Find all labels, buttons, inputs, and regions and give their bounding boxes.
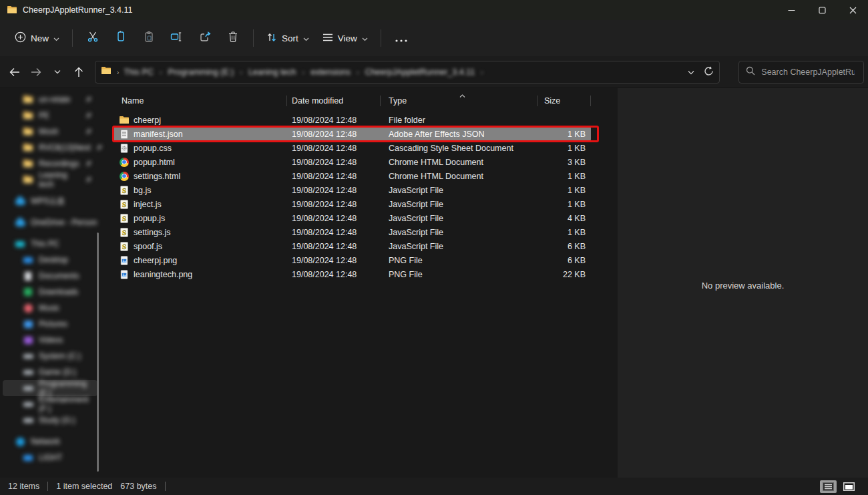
- sidebar-item[interactable]: Study (G:): [3, 412, 97, 428]
- cloud-icon: [15, 196, 25, 206]
- minimize-button[interactable]: [776, 0, 807, 20]
- file-row[interactable]: manifest.json19/08/2024 12:48Adobe After…: [114, 127, 591, 141]
- see-more-button[interactable]: [387, 26, 415, 50]
- file-row[interactable]: Sinject.js19/08/2024 12:48JavaScript Fil…: [114, 197, 591, 211]
- sidebar-item[interactable]: LIGHT: [3, 450, 97, 466]
- maximize-button[interactable]: [807, 0, 837, 20]
- file-type: File folder: [381, 116, 538, 125]
- share-button[interactable]: [191, 26, 219, 50]
- paste-button[interactable]: [135, 26, 163, 50]
- large-icons-view-button[interactable]: [841, 480, 857, 493]
- file-name: popup.css: [134, 144, 172, 153]
- new-button[interactable]: New: [8, 26, 66, 50]
- details-view-button[interactable]: [820, 480, 837, 493]
- rename-button[interactable]: [163, 26, 191, 50]
- back-button[interactable]: [4, 61, 25, 83]
- file-size: 1 KB: [538, 172, 591, 181]
- sidebar-item[interactable]: Game (D:): [3, 364, 97, 380]
- address-bar[interactable]: › This PC›Programming (E:)›Leaning tech›…: [95, 61, 720, 84]
- delete-button[interactable]: [219, 26, 247, 50]
- sidebar-item[interactable]: Music: [3, 300, 97, 316]
- sort-button[interactable]: Sort: [260, 26, 316, 50]
- view-button-label: View: [338, 33, 357, 43]
- pictures-icon: [23, 319, 33, 329]
- sidebar-item[interactable]: Entertainment (F:): [3, 396, 97, 412]
- sidebar-item[interactable]: Network: [3, 434, 97, 450]
- forward-button[interactable]: [25, 61, 47, 83]
- file-name: inject.js: [134, 200, 162, 209]
- cut-button[interactable]: [79, 26, 107, 50]
- sidebar-item[interactable]: Programming (E:): [3, 380, 97, 396]
- file-name: cheerpj.png: [134, 256, 177, 265]
- search-input[interactable]: [761, 67, 855, 77]
- sidebar-item[interactable]: Videos: [3, 332, 97, 348]
- file-row[interactable]: settings.html19/08/2024 12:48Chrome HTML…: [114, 169, 591, 183]
- file-row[interactable]: Spopup.js19/08/2024 12:48JavaScript File…: [114, 211, 591, 225]
- js-icon: S: [119, 199, 130, 210]
- preview-message: No preview available.: [702, 281, 785, 478]
- sidebar-scrollbar[interactable]: [97, 232, 99, 472]
- sidebar-item[interactable]: WPS云盘: [3, 193, 97, 209]
- breadcrumb-segment[interactable]: This PC: [124, 67, 153, 77]
- file-row[interactable]: popup.html19/08/2024 12:48Chrome HTML Do…: [114, 155, 591, 169]
- titlebar: CheerpJAppletRunner_3.4.11: [0, 0, 868, 20]
- sidebar-item[interactable]: OneDrive - Person: [3, 214, 97, 230]
- sidebar-item[interactable]: This PC: [3, 236, 97, 252]
- recent-locations-button[interactable]: [47, 61, 68, 83]
- view-button[interactable]: View: [316, 26, 375, 50]
- monitor-icon: [23, 452, 33, 463]
- column-headers: Name Date modified Type Size: [114, 94, 618, 108]
- address-dropdown-icon[interactable]: [688, 67, 694, 77]
- sidebar-item-label: OneDrive - Person: [31, 218, 97, 227]
- sidebar-item[interactable]: Pictures: [3, 316, 97, 332]
- sidebar-item[interactable]: Recordings: [3, 156, 97, 172]
- sidebar-item[interactable]: System (C:): [3, 348, 97, 364]
- item-count: 12 items: [8, 482, 39, 491]
- drive-icon: [23, 383, 33, 393]
- column-header-name[interactable]: Name: [114, 94, 287, 108]
- file-size: 1 KB: [538, 186, 591, 195]
- breadcrumb-segment[interactable]: extensions: [310, 67, 351, 77]
- file-date-modified: 19/08/2024 12:48: [287, 116, 381, 125]
- column-header-size[interactable]: Size: [538, 94, 591, 108]
- breadcrumb-segment[interactable]: CheerpJAppletRunner_3.4.11: [365, 67, 475, 77]
- breadcrumb-segment[interactable]: Programming (E:): [168, 67, 234, 77]
- sort-arrows-icon: [266, 32, 277, 45]
- file-row[interactable]: Ssettings.js19/08/2024 12:48JavaScript F…: [114, 225, 591, 239]
- file-name: popup.js: [134, 214, 165, 223]
- sidebar-item-label: LIGHT: [39, 453, 62, 462]
- js-icon: S: [119, 227, 130, 238]
- close-button[interactable]: [837, 0, 868, 20]
- sidebar-item[interactable]: RVC8(13)Next: [3, 140, 97, 156]
- file-row[interactable]: Sbg.js19/08/2024 12:48JavaScript File1 K…: [114, 183, 591, 197]
- sidebar-item[interactable]: Documents: [3, 268, 97, 284]
- file-row[interactable]: Sspoof.js19/08/2024 12:48JavaScript File…: [114, 239, 591, 253]
- css-icon: [119, 143, 130, 154]
- sidebar-item-label: Mosh: [39, 127, 58, 136]
- svg-text:S: S: [122, 242, 126, 251]
- up-button[interactable]: [68, 61, 89, 83]
- column-header-date-modified[interactable]: Date modified: [287, 94, 381, 108]
- sidebar-item[interactable]: Desktop: [3, 252, 97, 268]
- toolbar-divider: [381, 29, 381, 47]
- rename-icon: [170, 31, 184, 45]
- breadcrumb-segment[interactable]: Leaning tech: [248, 67, 296, 77]
- sidebar-item[interactable]: Downloads: [3, 284, 97, 300]
- toolbar-divider: [253, 29, 254, 47]
- search-box[interactable]: [738, 61, 864, 84]
- sidebar-item[interactable]: Mosh: [3, 124, 97, 140]
- copy-button[interactable]: [107, 26, 135, 50]
- breadcrumb-separator: ›: [357, 68, 359, 76]
- sidebar-item[interactable]: PE: [3, 108, 97, 124]
- sidebar-item[interactable]: un-relate: [3, 92, 97, 108]
- videos-icon: [23, 335, 33, 345]
- refresh-icon[interactable]: [704, 66, 714, 78]
- file-row[interactable]: cheerpj.png19/08/2024 12:48PNG File6 KB: [114, 253, 591, 267]
- file-row[interactable]: leaningtech.png19/08/2024 12:48PNG File2…: [114, 267, 591, 281]
- file-type: JavaScript File: [381, 228, 538, 237]
- file-row[interactable]: popup.css19/08/2024 12:48Cascading Style…: [114, 141, 591, 155]
- folder-icon: [7, 5, 17, 15]
- sidebar-item[interactable]: Leaning tech: [3, 172, 97, 188]
- file-row[interactable]: cheerpj19/08/2024 12:48File folder: [114, 113, 591, 127]
- folder-icon: [23, 174, 33, 185]
